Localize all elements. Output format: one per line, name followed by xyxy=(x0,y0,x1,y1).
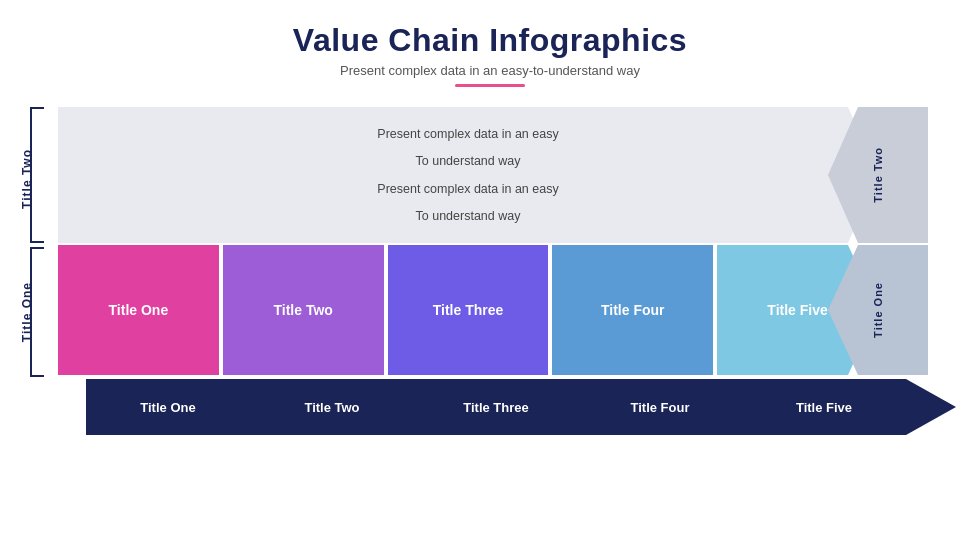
nav-item-4: Title Four xyxy=(578,400,742,415)
top-row-3: Present complex data in an easy xyxy=(78,182,858,196)
box-title-four: Title Four xyxy=(552,245,713,375)
nav-item-2: Title Two xyxy=(250,400,414,415)
bottom-boxes: Title One Title Two Title Three Title Fo… xyxy=(58,245,878,375)
page-subtitle: Present complex data in an easy-to-under… xyxy=(293,63,687,78)
bottom-arrow-tip-label: Title One xyxy=(828,245,928,375)
left-label-title-two: Title Two xyxy=(20,111,34,247)
top-rows: Present complex data in an easy To under… xyxy=(58,107,878,243)
box-title-two: Title Two xyxy=(223,245,384,375)
nav-item-5: Title Five xyxy=(742,400,906,415)
nav-item-1: Title One xyxy=(86,400,250,415)
header: Value Chain Infographics Present complex… xyxy=(293,22,687,87)
top-row-2: To understand way xyxy=(78,154,858,168)
top-row-4: To understand way xyxy=(78,209,858,223)
rows-container: Title Two Present complex data in an eas… xyxy=(58,107,928,435)
top-row-1: Present complex data in an easy xyxy=(78,127,858,141)
nav-bar: Title One Title Two Title Three Title Fo… xyxy=(86,379,956,435)
main-content: Title Two Title One Title Two Present co… xyxy=(30,107,950,435)
nav-item-3: Title Three xyxy=(414,400,578,415)
bottom-section: Title One Title Two Title Three Title Fo… xyxy=(58,245,928,375)
header-accent-line xyxy=(455,84,525,87)
box-title-three: Title Three xyxy=(388,245,549,375)
page: Value Chain Infographics Present complex… xyxy=(0,0,980,551)
left-label-title-one: Title One xyxy=(20,247,34,377)
nav-items: Title One Title Two Title Three Title Fo… xyxy=(86,379,906,435)
page-title: Value Chain Infographics xyxy=(293,22,687,59)
box-title-one: Title One xyxy=(58,245,219,375)
top-section: Title Two Present complex data in an eas… xyxy=(58,107,928,243)
